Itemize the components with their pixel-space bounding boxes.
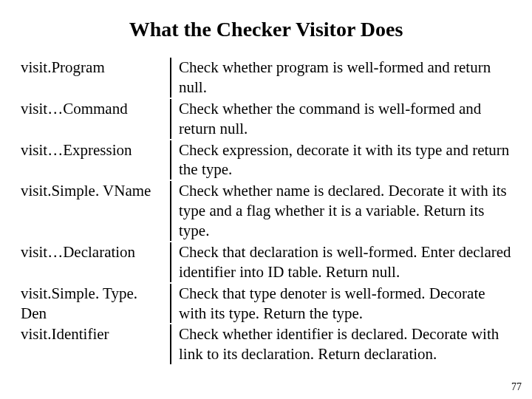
visitor-name: visit.Simple. VName	[21, 181, 170, 201]
column-divider	[170, 324, 171, 364]
visitor-name: visit.Simple. Type. Den	[21, 284, 170, 324]
visitor-name: visit…Expression	[21, 140, 170, 160]
column-divider	[170, 284, 171, 324]
visitor-desc: Check whether program is well-formed and…	[179, 58, 511, 98]
table-row: visit…Expression Check expression, decor…	[21, 140, 511, 180]
slide: What the Checker Visitor Does visit.Prog…	[0, 0, 532, 399]
column-divider	[170, 181, 171, 241]
visitor-name: visit.Program	[21, 58, 170, 78]
column-divider	[170, 140, 171, 180]
column-divider	[170, 99, 171, 139]
visitor-desc: Check that declaration is well-formed. E…	[179, 242, 511, 282]
table-row: visit.Simple. VName Check whether name i…	[21, 181, 511, 241]
table-row: visit…Command Check whether the command …	[21, 99, 511, 139]
visitor-name: visit…Command	[21, 99, 170, 119]
visitor-desc: Check whether the command is well-formed…	[179, 99, 511, 139]
slide-title: What the Checker Visitor Does	[21, 18, 511, 41]
column-divider	[170, 242, 171, 282]
table-row: visit.Simple. Type. Den Check that type …	[21, 284, 511, 324]
table-row: visit.Program Check whether program is w…	[21, 58, 511, 98]
visitor-desc: Check whether identifier is declared. De…	[179, 324, 511, 364]
table-row: visit.Identifier Check whether identifie…	[21, 324, 511, 364]
visitor-desc: Check whether name is declared. Decorate…	[179, 181, 511, 241]
table-row: visit…Declaration Check that declaration…	[21, 242, 511, 282]
column-divider	[170, 58, 171, 98]
page-number: 77	[511, 381, 522, 393]
visitor-desc: Check expression, decorate it with its t…	[179, 140, 511, 180]
visitor-desc: Check that type denoter is well-formed. …	[179, 284, 511, 324]
visitor-name: visit.Identifier	[21, 324, 170, 344]
visitor-name: visit…Declaration	[21, 242, 170, 262]
